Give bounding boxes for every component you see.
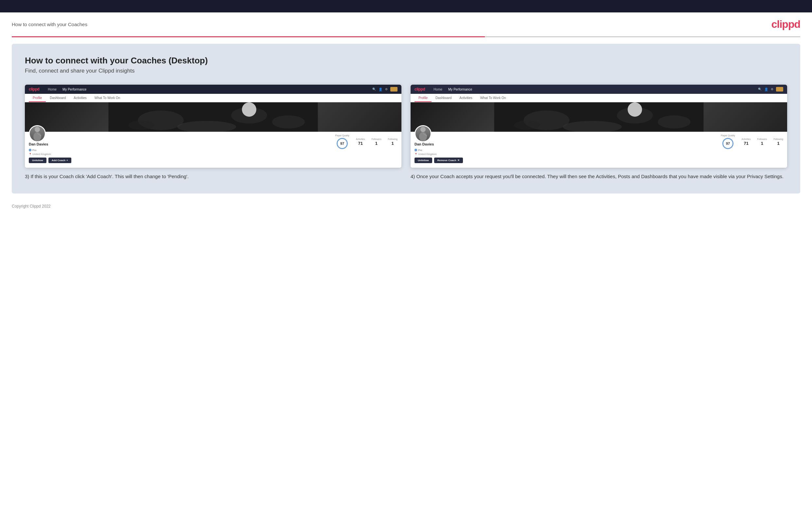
mock-pq-label-1: Player Quality [335, 134, 349, 136]
screenshots-row: clippd Home My Performance 🔍 👤 ⚙ Profile… [25, 84, 787, 180]
screenshot-col-2: clippd Home My Performance 🔍 👤 ⚙ Profile… [411, 84, 787, 180]
mock-stat-activities-2: Activities 71 [742, 138, 751, 146]
caption-text-2: 4) Once your Coach accepts your request … [411, 174, 783, 179]
bell-icon-2[interactable]: ⚙ [771, 88, 773, 91]
unfollow-button-1[interactable]: Unfollow [29, 158, 46, 163]
mock-nav-home-2[interactable]: Home [434, 88, 442, 91]
mock-nav-2: clippd Home My Performance 🔍 👤 ⚙ [411, 84, 787, 94]
mock-nav-performance-2[interactable]: My Performance [448, 88, 472, 91]
x-icon: ✕ [457, 159, 460, 162]
mock-pq-label-2: Player Quality [721, 134, 735, 136]
mock-banner-1 [25, 102, 401, 132]
tab-what-to-work-on-2[interactable]: What To Work On [476, 94, 510, 102]
mock-avatar-2 [414, 125, 432, 142]
person-icon-1[interactable]: 👤 [378, 88, 383, 91]
tab-what-to-work-on-1[interactable]: What To Work On [91, 94, 124, 102]
caption-1: 3) If this is your Coach click 'Add Coac… [25, 173, 401, 180]
tab-dashboard-2[interactable]: Dashboard [432, 94, 455, 102]
badge-dot-2 [414, 149, 417, 151]
tab-dashboard-1[interactable]: Dashboard [46, 94, 70, 102]
flag-avatar-1 [390, 87, 398, 92]
mock-stat-activities-value-2: 71 [742, 141, 751, 146]
unfollow-button-2[interactable]: Unfollow [414, 158, 432, 163]
mock-stat-following-label-1: Following [388, 138, 398, 140]
screenshot-col-1: clippd Home My Performance 🔍 👤 ⚙ Profile… [25, 84, 401, 180]
logo: clippd [771, 18, 800, 31]
tab-profile-1[interactable]: Profile [29, 94, 46, 102]
add-coach-button[interactable]: Add Coach + [48, 158, 71, 163]
mock-profile-section-1: Dan Davies Pro United Kingdom Unfollow A… [25, 132, 401, 168]
mock-avatar-wrapper-2 [414, 125, 463, 142]
mock-nav-icons-1: 🔍 👤 ⚙ [372, 87, 398, 92]
main-content: How to connect with your Coaches (Deskto… [12, 44, 800, 193]
bell-icon-1[interactable]: ⚙ [385, 88, 388, 91]
mock-pq-value-1: 97 [337, 138, 348, 149]
mock-stat-followers-value-1: 1 [371, 141, 381, 146]
svg-point-15 [514, 121, 540, 130]
mock-pq-2: Player Quality 97 [721, 134, 735, 149]
header-title: How to connect with your Coaches [12, 21, 87, 27]
mock-stat-following-1: Following 1 [388, 138, 398, 146]
mock-profile-info-2: Dan Davies Pro United Kingdom Unfollow R… [414, 142, 463, 163]
mock-profile-name-2: Dan Davies [414, 142, 463, 146]
caption-text-1: 3) If this is your Coach click 'Add Coac… [25, 174, 189, 179]
svg-point-5 [128, 121, 154, 130]
svg-point-6 [272, 115, 305, 128]
page-heading: How to connect with your Coaches (Deskto… [25, 56, 787, 66]
mock-stat-followers-label-1: Followers [371, 138, 381, 140]
mock-avatar-inner-1 [30, 126, 45, 141]
mock-profile-section-2: Dan Davies Pro United Kingdom Unfollow R… [411, 132, 787, 168]
search-icon-1[interactable]: 🔍 [372, 88, 376, 91]
person-icon-2[interactable]: 👤 [764, 88, 768, 91]
mock-stat-activities-value-1: 71 [356, 141, 365, 146]
header-divider [12, 36, 800, 37]
screenshot-mockup-1: clippd Home My Performance 🔍 👤 ⚙ Profile… [25, 84, 401, 168]
mock-stat-followers-1: Followers 1 [371, 138, 381, 146]
mock-buttons-2: Unfollow Remove Coach ✕ [414, 158, 463, 163]
tab-activities-1[interactable]: Activities [70, 94, 90, 102]
mock-nav-icons-2: 🔍 👤 ⚙ [758, 87, 783, 92]
mock-logo-2: clippd [414, 87, 425, 92]
mock-profile-left-2: Dan Davies Pro United Kingdom Unfollow R… [414, 134, 463, 163]
mock-profile-location-2: United Kingdom [414, 153, 463, 156]
header: How to connect with your Coaches clippd [0, 12, 812, 36]
tab-profile-2[interactable]: Profile [414, 94, 432, 102]
screenshot-mockup-2: clippd Home My Performance 🔍 👤 ⚙ Profile… [411, 84, 787, 168]
banner-svg-1 [25, 102, 401, 132]
mock-profile-info-1: Dan Davies Pro United Kingdom Unfollow A… [29, 142, 71, 163]
mock-nav-performance-1[interactable]: My Performance [62, 88, 86, 91]
remove-coach-button[interactable]: Remove Coach ✕ [434, 158, 463, 163]
mock-stat-activities-label-2: Activities [742, 138, 751, 140]
mock-pq-value-2: 97 [722, 138, 733, 149]
mock-stats-1: Player Quality 97 Activities 71 Follower… [335, 134, 398, 149]
search-icon-2[interactable]: 🔍 [758, 88, 762, 91]
caption-2: 4) Once your Coach accepts your request … [411, 173, 787, 180]
mock-profile-left-1: Dan Davies Pro United Kingdom Unfollow A… [29, 134, 71, 163]
mock-profile-name-1: Dan Davies [29, 142, 71, 146]
mock-banner-2 [411, 102, 787, 132]
mock-profile-location-1: United Kingdom [29, 153, 71, 156]
mock-stat-following-label-2: Following [773, 138, 783, 140]
mock-banner-img-2 [411, 102, 787, 132]
svg-point-3 [242, 102, 256, 117]
mock-pq-1: Player Quality 97 [335, 134, 349, 149]
mock-tabs-1: Profile Dashboard Activities What To Wor… [25, 94, 401, 102]
svg-point-16 [658, 115, 691, 128]
mock-nav-home-1[interactable]: Home [48, 88, 57, 91]
mock-tabs-2: Profile Dashboard Activities What To Wor… [411, 94, 787, 102]
svg-point-7 [35, 127, 40, 132]
mock-profile-badge-1: Pro [29, 149, 36, 152]
mock-stats-2: Player Quality 97 Activities 71 Follower… [721, 134, 783, 149]
mock-avatar-inner-2 [415, 126, 430, 141]
mock-logo-1: clippd [29, 87, 39, 92]
mock-profile-badge-2: Pro [414, 149, 422, 152]
page-subheading: Find, connect and share your Clippd insi… [25, 68, 787, 74]
mock-stat-followers-value-2: 1 [757, 141, 767, 146]
copyright: Copyright Clippd 2022 [12, 204, 51, 209]
mock-stat-activities-1: Activities 71 [356, 138, 365, 146]
mock-avatar-wrapper-1 [29, 125, 71, 142]
mock-avatar-1 [29, 125, 46, 142]
tab-activities-2[interactable]: Activities [455, 94, 476, 102]
mock-stat-following-value-1: 1 [388, 141, 398, 146]
banner-svg-2 [411, 102, 787, 132]
